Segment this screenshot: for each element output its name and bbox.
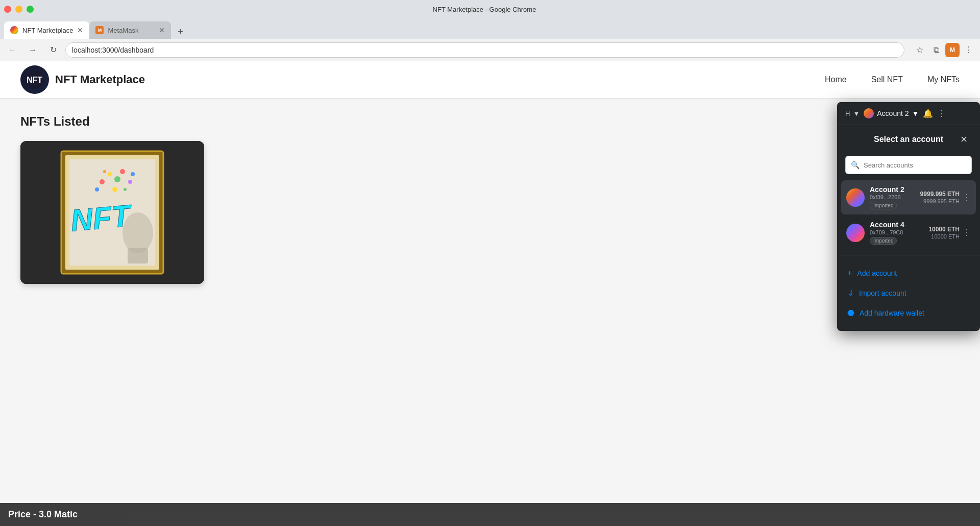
back-button[interactable]: ←	[4, 42, 20, 58]
tab-label-metamask: MetaMask	[108, 27, 155, 34]
account-avatar-header	[864, 108, 874, 118]
select-account-panel: Select an account ✕ 🔍 Account 2	[837, 125, 980, 331]
add-hardware-label: Add hardware wallet	[860, 309, 924, 317]
tab-label-nft: NFT Marketplace	[22, 27, 73, 34]
account-2-info: Account 2 0xf39...2266 Imported	[870, 185, 920, 209]
window-close-btn[interactable]	[4, 6, 11, 13]
app-nav: Home Sell NFT My NFTs	[825, 75, 960, 84]
svg-point-10	[114, 176, 120, 182]
current-account-btn[interactable]: Account 2 ▼	[864, 108, 919, 118]
tab-close-metamask[interactable]: ✕	[159, 26, 165, 34]
svg-text:NFT: NFT	[69, 198, 134, 237]
popup-header-left: H ▼	[845, 110, 860, 117]
account-4-name: Account 4	[870, 221, 928, 229]
current-account-name: Account 2	[877, 109, 909, 117]
svg-point-15	[112, 187, 117, 192]
bookmark-icon[interactable]: ☆	[913, 43, 927, 57]
account-2-badge: Imported	[870, 202, 897, 209]
browser-title: NFT Marketplace - Google Chrome	[34, 6, 935, 13]
accounts-list: Account 2 0xf39...2266 Imported 9999.995…	[837, 180, 980, 251]
account-2-menu-icon[interactable]: ⋮	[963, 193, 971, 202]
account-4-fiat: 10000 ETH	[928, 233, 960, 240]
account-item-4[interactable]: Account 4 0x709...79C8 Imported 10000 ET…	[841, 216, 976, 250]
svg-point-17	[131, 172, 135, 176]
account-4-eth: 10000 ETH	[928, 226, 960, 233]
import-account-label: Import account	[859, 289, 906, 297]
tab-favicon-nft	[10, 26, 18, 34]
account-4-avatar	[846, 224, 865, 242]
account-dropdown-icon[interactable]: ▼	[912, 109, 919, 117]
network-chevron[interactable]: ▼	[853, 110, 860, 117]
new-tab-button[interactable]: +	[173, 25, 187, 39]
add-account-icon: +	[847, 269, 852, 278]
action-items: + Add account ⇓ Import account ⬣ Add har…	[837, 259, 980, 331]
popup-header: H ▼ Account 2 ▼ 🔔 ⋮	[837, 102, 980, 125]
more-options-icon[interactable]: ⋮	[962, 43, 976, 57]
add-account-label: Add account	[857, 269, 897, 277]
search-container: 🔍	[837, 152, 980, 180]
tab-close-nft[interactable]: ✕	[77, 26, 83, 34]
tab-favicon-metamask: M	[95, 26, 104, 34]
toolbar-icons: ☆ ⧉ M ⋮	[913, 43, 976, 57]
svg-point-9	[108, 172, 112, 176]
nft-image: NFT	[20, 141, 204, 284]
account-2-balance: 9999.995 ETH 9999.995 ETH	[920, 190, 960, 204]
nft-card[interactable]: NFT Price - 3.0 Matic	[20, 141, 204, 284]
accounts-divider	[837, 255, 980, 255]
svg-point-12	[120, 169, 125, 174]
account-4-address: 0x709...79C8	[870, 229, 928, 235]
notification-icon[interactable]: 🔔	[923, 109, 933, 118]
select-account-header: Select an account ✕	[837, 125, 980, 152]
app-header: NFT NFT Marketplace Home Sell NFT My NFT…	[0, 61, 980, 98]
import-account-icon: ⇓	[847, 288, 854, 298]
content-area: NFTs Listed	[0, 98, 980, 300]
metamask-popup: H ▼ Account 2 ▼ 🔔 ⋮ Select an account	[837, 102, 980, 331]
select-account-title: Select an account	[860, 135, 958, 144]
account-4-info: Account 4 0x709...79C8 Imported	[870, 221, 928, 245]
account-4-badge: Imported	[870, 237, 897, 245]
account-item-2[interactable]: Account 2 0xf39...2266 Imported 9999.995…	[841, 180, 976, 214]
metamask-toolbar-icon[interactable]: M	[945, 43, 960, 57]
extension-icon[interactable]: ⧉	[929, 43, 943, 57]
hardware-wallet-icon: ⬣	[847, 308, 854, 318]
tab-nft-marketplace[interactable]: NFT Marketplace ✕	[4, 21, 89, 39]
search-box[interactable]: 🔍	[845, 156, 972, 174]
account-4-menu-icon[interactable]: ⋮	[963, 228, 971, 237]
window-controls[interactable]	[4, 6, 34, 13]
forward-button[interactable]: →	[24, 42, 41, 58]
search-accounts-input[interactable]	[864, 161, 966, 169]
add-hardware-wallet-btn[interactable]: ⬣ Add hardware wallet	[845, 303, 972, 323]
reload-button[interactable]: ↻	[45, 42, 61, 58]
main-content: NFT NFT Marketplace Home Sell NFT My NFT…	[0, 61, 980, 526]
nav-home[interactable]: Home	[825, 75, 847, 84]
window-max-btn[interactable]	[27, 6, 34, 13]
add-account-btn[interactable]: + Add account	[845, 264, 972, 283]
svg-point-8	[100, 179, 105, 184]
close-select-account-btn[interactable]: ✕	[958, 133, 970, 146]
account-2-address: 0xf39...2266	[870, 194, 920, 200]
popup-header-icons: 🔔 ⋮	[923, 109, 945, 118]
section-title: NFTs Listed	[20, 114, 960, 129]
tab-metamask[interactable]: M MetaMask ✕	[89, 21, 171, 39]
browser-tabs: NFT Marketplace ✕ M MetaMask ✕ +	[0, 18, 980, 39]
nav-sell[interactable]: Sell NFT	[871, 75, 903, 84]
address-text: localhost:3000/dashboard	[72, 46, 154, 54]
svg-point-13	[128, 180, 132, 184]
nav-my-nfts[interactable]: My NFTs	[927, 75, 960, 84]
svg-rect-7	[128, 248, 148, 264]
search-icon: 🔍	[851, 161, 860, 169]
svg-point-16	[124, 188, 127, 191]
menu-dots-icon[interactable]: ⋮	[937, 109, 945, 118]
svg-point-11	[95, 187, 99, 192]
account-2-eth: 9999.995 ETH	[920, 190, 960, 198]
logo-svg: NFT	[24, 69, 45, 90]
account-2-avatar	[846, 188, 865, 207]
browser-toolbar: ← → ↻ localhost:3000/dashboard ☆ ⧉ M ⋮	[0, 39, 980, 61]
import-account-btn[interactable]: ⇓ Import account	[845, 283, 972, 303]
account-4-balance: 10000 ETH 10000 ETH	[928, 226, 960, 240]
account-2-fiat: 9999.995 ETH	[920, 198, 960, 204]
account-2-name: Account 2	[870, 185, 920, 194]
address-bar[interactable]: localhost:3000/dashboard	[65, 42, 904, 58]
network-indicator[interactable]: H	[845, 110, 850, 117]
window-min-btn[interactable]	[15, 6, 22, 13]
